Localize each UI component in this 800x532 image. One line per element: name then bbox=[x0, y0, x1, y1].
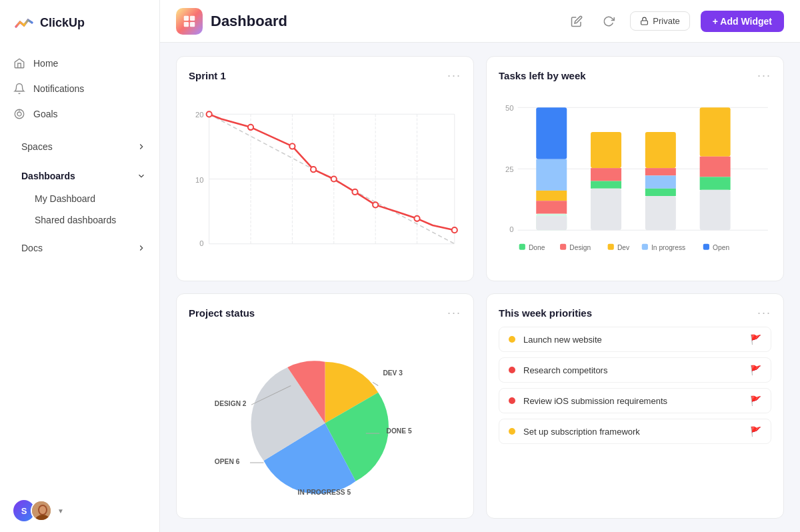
svg-text:50: 50 bbox=[505, 104, 514, 112]
chevron-right-docs-icon bbox=[137, 243, 146, 253]
svg-point-39 bbox=[311, 167, 316, 172]
svg-text:Done: Done bbox=[529, 244, 545, 251]
priority-text-2: Review iOS submission requirements bbox=[523, 396, 667, 406]
svg-text:0: 0 bbox=[509, 225, 513, 233]
svg-rect-53 bbox=[536, 191, 567, 201]
edit-button[interactable] bbox=[566, 11, 587, 32]
project-status-chart-container: DEV 3 DONE 5 IN PROGRESS 5 OPEN 6 DESIGN… bbox=[189, 327, 461, 506]
svg-text:20: 20 bbox=[195, 111, 204, 119]
svg-rect-51 bbox=[536, 107, 567, 159]
svg-point-40 bbox=[331, 176, 337, 181]
svg-rect-64 bbox=[645, 189, 676, 196]
svg-text:Design: Design bbox=[569, 244, 591, 251]
svg-point-16 bbox=[39, 506, 46, 514]
pencil-icon bbox=[571, 15, 583, 27]
svg-rect-72 bbox=[560, 244, 566, 250]
priority-flag-2: 🚩 bbox=[750, 395, 761, 406]
priority-dot-3 bbox=[509, 428, 515, 435]
sprint-widget: Sprint 1 ··· 20 10 0 bbox=[176, 56, 474, 281]
sprint-chart-container: 20 10 0 bbox=[189, 89, 461, 269]
tasks-menu[interactable]: ··· bbox=[757, 69, 771, 83]
svg-rect-20 bbox=[190, 21, 195, 26]
priorities-list-container: Launch new website 🚩 Research competitor… bbox=[499, 327, 771, 506]
goals-label: Goals bbox=[33, 109, 58, 119]
private-label: Private bbox=[653, 16, 679, 26]
svg-text:0: 0 bbox=[199, 239, 203, 247]
refresh-button[interactable] bbox=[598, 11, 619, 32]
svg-point-36 bbox=[207, 111, 212, 117]
priority-item-0[interactable]: Launch new website 🚩 bbox=[499, 327, 771, 352]
priority-item-3[interactable]: Set up subscription framework 🚩 bbox=[499, 419, 771, 444]
sidebar-item-home[interactable]: Home bbox=[0, 51, 159, 76]
dashboard-grid: Sprint 1 ··· 20 10 0 bbox=[160, 43, 800, 532]
svg-text:DESIGN 2: DESIGN 2 bbox=[215, 400, 247, 407]
shared-dashboards-label: Shared dashboards bbox=[35, 215, 116, 225]
main-content: Dashboard Private bbox=[160, 0, 800, 532]
bell-icon bbox=[13, 83, 25, 95]
svg-rect-52 bbox=[536, 159, 567, 191]
private-button[interactable]: Private bbox=[630, 11, 689, 31]
dashboards-section[interactable]: Dashboards bbox=[0, 164, 159, 188]
priorities-header: This week priorities ··· bbox=[499, 306, 771, 320]
priority-text-1: Research competitors bbox=[523, 365, 607, 375]
sprint-widget-header: Sprint 1 ··· bbox=[189, 69, 461, 83]
svg-line-81 bbox=[373, 382, 378, 385]
header-right: Private + Add Widget bbox=[566, 11, 784, 32]
docs-section[interactable]: Docs bbox=[0, 236, 159, 260]
sidebar-item-notifications[interactable]: Notifications bbox=[0, 76, 159, 101]
priorities-menu[interactable]: ··· bbox=[757, 306, 771, 320]
svg-rect-59 bbox=[591, 181, 621, 189]
project-status-widget: Project status ··· DEV 3 bbox=[176, 293, 474, 519]
notifications-label: Notifications bbox=[33, 83, 84, 94]
priority-flag-0: 🚩 bbox=[750, 334, 761, 345]
priority-dot-1 bbox=[509, 367, 515, 373]
svg-rect-61 bbox=[645, 132, 676, 168]
svg-text:DONE 5: DONE 5 bbox=[387, 427, 412, 435]
svg-point-41 bbox=[352, 189, 357, 195]
svg-point-38 bbox=[289, 143, 295, 149]
svg-rect-17 bbox=[184, 15, 189, 20]
svg-rect-68 bbox=[700, 177, 731, 189]
sidebar: ClickUp Home Notifications Goals bbox=[0, 0, 160, 532]
clickup-logo-icon bbox=[13, 12, 35, 33]
header-left: Dashboard bbox=[176, 8, 287, 35]
add-widget-button[interactable]: + Add Widget bbox=[701, 11, 784, 32]
svg-rect-76 bbox=[642, 244, 648, 250]
priority-list: Launch new website 🚩 Research competitor… bbox=[499, 327, 771, 444]
user-avatar-container[interactable]: S ▼ bbox=[13, 500, 64, 521]
svg-text:25: 25 bbox=[505, 165, 514, 173]
sprint-menu[interactable]: ··· bbox=[447, 69, 461, 83]
refresh-icon bbox=[603, 15, 615, 27]
priority-left-3: Set up subscription framework bbox=[509, 427, 640, 437]
svg-point-43 bbox=[414, 216, 419, 221]
spaces-label: Spaces bbox=[21, 141, 53, 152]
project-status-menu[interactable]: ··· bbox=[447, 306, 461, 320]
svg-rect-60 bbox=[591, 189, 621, 230]
svg-text:IN PROGRESS 5: IN PROGRESS 5 bbox=[298, 489, 351, 496]
svg-text:Dev: Dev bbox=[617, 244, 630, 251]
lock-icon bbox=[640, 17, 649, 25]
goals-icon bbox=[13, 108, 25, 120]
project-status-header: Project status ··· bbox=[189, 306, 461, 320]
sidebar-item-goals[interactable]: Goals bbox=[0, 101, 159, 127]
svg-text:In progress: In progress bbox=[651, 244, 685, 251]
priority-left-2: Review iOS submission requirements bbox=[509, 396, 667, 406]
chevron-down-icon bbox=[137, 171, 146, 181]
spaces-section[interactable]: Spaces bbox=[0, 135, 159, 159]
svg-point-44 bbox=[452, 227, 457, 233]
priority-left-0: Launch new website bbox=[509, 335, 602, 345]
priority-dot-2 bbox=[509, 397, 515, 404]
sidebar-item-my-dashboard[interactable]: My Dashboard bbox=[0, 188, 159, 209]
priority-item-1[interactable]: Research competitors 🚩 bbox=[499, 357, 771, 383]
svg-rect-18 bbox=[190, 15, 195, 20]
svg-rect-58 bbox=[591, 168, 621, 181]
svg-text:10: 10 bbox=[195, 176, 204, 184]
svg-rect-66 bbox=[700, 107, 731, 157]
svg-rect-69 bbox=[700, 190, 731, 230]
dashboard-grid-icon bbox=[182, 14, 197, 29]
svg-rect-63 bbox=[645, 175, 676, 188]
priority-item-2[interactable]: Review iOS submission requirements 🚩 bbox=[499, 388, 771, 413]
sidebar-item-shared-dashboards[interactable]: Shared dashboards bbox=[0, 209, 159, 231]
tasks-bar-chart: 50 25 0 bbox=[499, 89, 771, 269]
docs-label: Docs bbox=[21, 243, 43, 253]
